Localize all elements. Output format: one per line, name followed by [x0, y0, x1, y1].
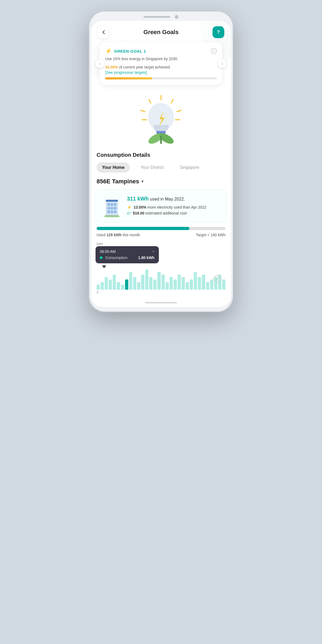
chart-bar[interactable]	[109, 279, 112, 290]
stats-main-text: 311 kWh used in May 2022.	[127, 195, 221, 202]
svg-rect-26	[111, 210, 113, 213]
chart-bar[interactable]	[149, 277, 152, 290]
chart-bar[interactable]	[129, 272, 132, 290]
page-title: Green Goals	[144, 29, 179, 36]
chart-bar[interactable]	[125, 279, 128, 290]
stats-card: 311 kWh used in May 2022. ⚡ 13.00% more …	[96, 189, 226, 223]
chart-bar[interactable]	[101, 282, 104, 290]
cost-icon: 🏷	[127, 211, 131, 215]
stats-info: 311 kWh used in May 2022. ⚡ 13.00% more …	[127, 195, 221, 217]
chart-bar[interactable]	[105, 277, 108, 290]
chart-bar[interactable]	[141, 275, 144, 290]
chart-bar[interactable]	[190, 279, 193, 290]
chart-bar[interactable]	[153, 279, 156, 290]
building-icon-container	[101, 195, 123, 216]
card-nav-right[interactable]: ›	[218, 59, 226, 68]
svg-rect-25	[108, 210, 110, 213]
comparison-stat-row: ⚡ 13.00% more electricity used than Apr …	[127, 205, 221, 209]
back-button[interactable]	[98, 26, 109, 38]
comparison-percent: 13.00%	[134, 205, 146, 209]
chart-bar[interactable]	[198, 277, 201, 290]
phone-notch	[89, 11, 233, 21]
svg-line-5	[171, 100, 173, 103]
tooltip-row: Consumption 1.80 kWh	[100, 255, 155, 260]
notch-camera	[175, 15, 178, 19]
location-selector[interactable]: 856E Tampines ▾	[91, 178, 231, 189]
stats-period: used in May 2022.	[150, 197, 185, 201]
lightning-icon: ⚡	[105, 48, 112, 54]
chart-bar[interactable]	[97, 285, 100, 290]
chart-bar[interactable]	[182, 277, 185, 290]
goal-progress-value: 42.00%	[105, 65, 118, 69]
chart-bar[interactable]	[178, 275, 181, 290]
location-name: 856E Tampines	[97, 178, 139, 185]
used-value: 129 kWh	[107, 233, 122, 237]
building-illustration	[101, 195, 123, 219]
monthly-progress-section: Used 129 kWh this month Target < 180 kWh	[91, 227, 231, 241]
tooltip-label-container: Consumption	[100, 255, 127, 260]
svg-rect-27	[114, 210, 116, 213]
cost-stat-row: 🏷 $18.00 estimated additional cost	[127, 211, 221, 215]
goal-progress-bar-background	[105, 77, 217, 79]
tooltip-arrow	[102, 265, 106, 268]
help-button[interactable]: ?	[213, 26, 224, 38]
section-title: Consumption Details	[91, 152, 231, 162]
chart-tooltip-container: 06:00 AM × Consumption 1.80 kWh	[96, 246, 226, 268]
svg-rect-29	[105, 215, 119, 217]
tab-your-home[interactable]: Your Home	[97, 162, 130, 173]
goal-info-icon[interactable]: i	[211, 48, 217, 54]
phone-screen: Green Goals ? ⚡ GREEN GOAL 1 i Use 15% l…	[91, 21, 231, 307]
tooltip-dot	[100, 256, 103, 259]
goal-progress-text: 42.00% of current year target achieved	[105, 65, 217, 69]
cost-value: $18.00	[133, 211, 144, 215]
illustration-area	[91, 85, 231, 152]
chart-bar[interactable]	[206, 282, 209, 290]
chart-bar[interactable]	[210, 279, 213, 290]
chart-bar[interactable]	[222, 279, 225, 290]
phone-frame: Green Goals ? ⚡ GREEN GOAL 1 i Use 15% l…	[89, 11, 233, 312]
goal-progress-bar-fill	[105, 77, 152, 79]
chart-bar[interactable]	[137, 282, 140, 290]
tabs-row: Your Home Your District Singapore	[91, 162, 231, 178]
chart-bar[interactable]	[121, 285, 124, 290]
goal-progress-suffix: of current year target achieved	[119, 65, 170, 69]
comparison-text: 13.00% more electricity used than Apr 20…	[134, 205, 206, 209]
svg-rect-18	[106, 200, 118, 202]
tab-singapore[interactable]: Singapore	[174, 162, 205, 173]
chart-bar[interactable]	[186, 282, 189, 290]
chart-info-icon[interactable]: i	[214, 275, 221, 283]
tooltip-label: Consumption	[105, 256, 127, 260]
chart-bar[interactable]	[170, 277, 173, 290]
chart-bar[interactable]	[174, 279, 177, 290]
goal-card-header: ⚡ GREEN GOAL 1 i	[105, 48, 217, 54]
svg-rect-23	[111, 207, 113, 209]
chart-bar[interactable]	[117, 282, 120, 290]
chart-bar[interactable]	[162, 275, 165, 290]
chart-bar[interactable]	[113, 275, 116, 290]
notch-pill	[144, 16, 170, 18]
question-mark-icon: ?	[217, 30, 220, 35]
used-label: Used 129 kWh this month	[97, 233, 140, 237]
svg-rect-20	[111, 203, 113, 206]
used-suffix: this month	[123, 233, 140, 237]
svg-line-4	[149, 100, 151, 103]
svg-rect-16	[160, 136, 162, 144]
card-nav-left[interactable]: ‹	[96, 59, 104, 68]
tooltip-value: 1.80 kWh	[138, 256, 155, 260]
goal-description: Use 15% less energy in Singapore by 2030…	[105, 56, 217, 62]
chart-bar[interactable]	[194, 272, 197, 290]
kwh-value: 311 kWh	[127, 196, 149, 202]
svg-rect-24	[114, 207, 116, 209]
chart-bar[interactable]	[166, 282, 169, 290]
goal-progress-link[interactable]: [See progressive targets]	[105, 70, 217, 75]
goal-card: ⚡ GREEN GOAL 1 i Use 15% less energy in …	[100, 42, 222, 85]
home-indicator	[91, 299, 231, 307]
chart-bar[interactable]	[157, 272, 160, 290]
tooltip-close-icon[interactable]: ×	[152, 249, 154, 254]
tab-your-district[interactable]: Your District	[135, 162, 169, 173]
monthly-progress-bar-fill	[97, 227, 189, 230]
svg-rect-19	[108, 203, 110, 206]
chart-bar[interactable]	[133, 277, 136, 290]
chart-bar[interactable]	[202, 275, 205, 290]
chart-bar[interactable]	[145, 270, 148, 290]
